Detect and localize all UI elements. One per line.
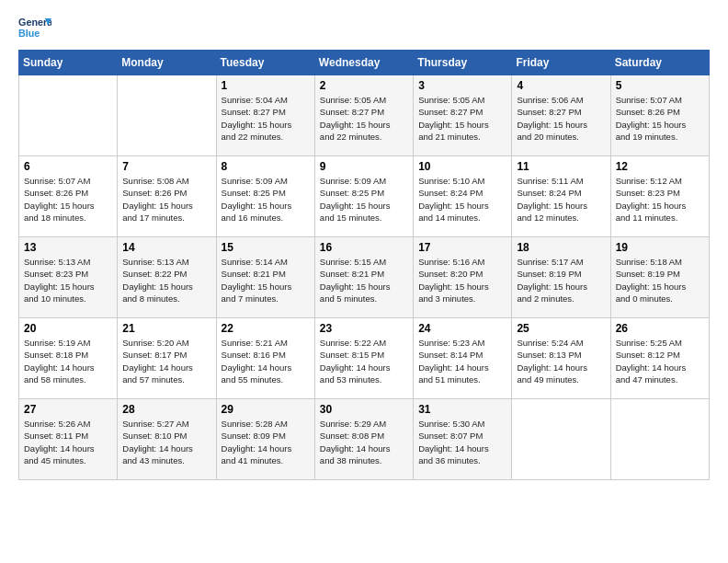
day-number: 13: [24, 241, 112, 254]
day-number: 27: [24, 403, 112, 416]
calendar-cell: 18Sunrise: 5:17 AM Sunset: 8:19 PM Dayli…: [512, 237, 610, 318]
day-number: 2: [320, 79, 408, 92]
calendar-table: SundayMondayTuesdayWednesdayThursdayFrid…: [18, 50, 710, 480]
calendar-cell: 28Sunrise: 5:27 AM Sunset: 8:10 PM Dayli…: [118, 399, 216, 480]
day-info: Sunrise: 5:23 AM Sunset: 8:14 PM Dayligh…: [418, 337, 506, 385]
day-info: Sunrise: 5:07 AM Sunset: 8:26 PM Dayligh…: [24, 175, 112, 224]
weekday-header-saturday: Saturday: [610, 51, 709, 75]
day-number: 22: [222, 322, 310, 335]
day-number: 25: [517, 322, 605, 335]
day-info: Sunrise: 5:08 AM Sunset: 8:26 PM Dayligh…: [122, 175, 210, 224]
weekday-header-friday: Friday: [512, 51, 610, 75]
calendar-cell: 7Sunrise: 5:08 AM Sunset: 8:26 PM Daylig…: [118, 156, 216, 237]
calendar-cell: [610, 399, 709, 480]
day-info: Sunrise: 5:10 AM Sunset: 8:24 PM Dayligh…: [418, 175, 506, 224]
day-info: Sunrise: 5:24 AM Sunset: 8:13 PM Dayligh…: [517, 337, 605, 385]
generalblue-logo-icon: General Blue: [18, 15, 51, 40]
day-info: Sunrise: 5:30 AM Sunset: 8:07 PM Dayligh…: [418, 418, 506, 466]
day-number: 9: [320, 160, 408, 173]
calendar-cell: 26Sunrise: 5:25 AM Sunset: 8:12 PM Dayli…: [610, 318, 709, 399]
svg-text:Blue: Blue: [18, 28, 40, 39]
day-number: 28: [122, 403, 210, 416]
calendar-cell: 23Sunrise: 5:22 AM Sunset: 8:15 PM Dayli…: [314, 318, 413, 399]
calendar-cell: 15Sunrise: 5:14 AM Sunset: 8:21 PM Dayli…: [216, 237, 314, 318]
day-number: 24: [418, 322, 506, 335]
day-number: 15: [222, 241, 310, 254]
calendar-cell: 6Sunrise: 5:07 AM Sunset: 8:26 PM Daylig…: [19, 156, 118, 237]
day-info: Sunrise: 5:19 AM Sunset: 8:18 PM Dayligh…: [24, 337, 112, 385]
calendar-cell: 12Sunrise: 5:12 AM Sunset: 8:23 PM Dayli…: [610, 156, 709, 237]
calendar-cell: 5Sunrise: 5:07 AM Sunset: 8:26 PM Daylig…: [610, 75, 709, 156]
svg-text:General: General: [18, 17, 51, 28]
calendar-cell: [118, 75, 216, 156]
day-info: Sunrise: 5:15 AM Sunset: 8:21 PM Dayligh…: [320, 256, 408, 304]
day-info: Sunrise: 5:26 AM Sunset: 8:11 PM Dayligh…: [24, 418, 112, 466]
calendar-cell: 21Sunrise: 5:20 AM Sunset: 8:17 PM Dayli…: [118, 318, 216, 399]
day-info: Sunrise: 5:27 AM Sunset: 8:10 PM Dayligh…: [122, 418, 210, 466]
day-number: 29: [222, 403, 310, 416]
day-number: 7: [122, 160, 210, 173]
day-info: Sunrise: 5:06 AM Sunset: 8:27 PM Dayligh…: [517, 94, 605, 143]
calendar-cell: 24Sunrise: 5:23 AM Sunset: 8:14 PM Dayli…: [414, 318, 512, 399]
day-info: Sunrise: 5:12 AM Sunset: 8:23 PM Dayligh…: [616, 175, 704, 224]
day-info: Sunrise: 5:13 AM Sunset: 8:22 PM Dayligh…: [122, 256, 210, 304]
day-number: 1: [222, 79, 310, 92]
calendar-cell: 20Sunrise: 5:19 AM Sunset: 8:18 PM Dayli…: [19, 318, 118, 399]
day-info: Sunrise: 5:14 AM Sunset: 8:21 PM Dayligh…: [222, 256, 310, 304]
day-info: Sunrise: 5:25 AM Sunset: 8:12 PM Dayligh…: [616, 337, 704, 385]
calendar-cell: 8Sunrise: 5:09 AM Sunset: 8:25 PM Daylig…: [216, 156, 314, 237]
calendar-cell: 1Sunrise: 5:04 AM Sunset: 8:27 PM Daylig…: [216, 75, 314, 156]
day-number: 19: [616, 241, 704, 254]
calendar-week-4: 20Sunrise: 5:19 AM Sunset: 8:18 PM Dayli…: [19, 318, 710, 399]
day-number: 26: [616, 322, 704, 335]
calendar-cell: 17Sunrise: 5:16 AM Sunset: 8:20 PM Dayli…: [414, 237, 512, 318]
calendar-cell: 13Sunrise: 5:13 AM Sunset: 8:23 PM Dayli…: [19, 237, 118, 318]
calendar-week-1: 1Sunrise: 5:04 AM Sunset: 8:27 PM Daylig…: [19, 75, 710, 156]
day-info: Sunrise: 5:04 AM Sunset: 8:27 PM Dayligh…: [222, 94, 310, 143]
calendar-cell: 22Sunrise: 5:21 AM Sunset: 8:16 PM Dayli…: [216, 318, 314, 399]
day-info: Sunrise: 5:09 AM Sunset: 8:25 PM Dayligh…: [320, 175, 408, 224]
day-info: Sunrise: 5:17 AM Sunset: 8:19 PM Dayligh…: [517, 256, 605, 304]
calendar-cell: 31Sunrise: 5:30 AM Sunset: 8:07 PM Dayli…: [414, 399, 512, 480]
day-number: 16: [320, 241, 408, 254]
weekday-header-monday: Monday: [118, 51, 216, 75]
calendar-cell: 3Sunrise: 5:05 AM Sunset: 8:27 PM Daylig…: [414, 75, 512, 156]
calendar-cell: 19Sunrise: 5:18 AM Sunset: 8:19 PM Dayli…: [610, 237, 709, 318]
day-info: Sunrise: 5:18 AM Sunset: 8:19 PM Dayligh…: [616, 256, 704, 304]
calendar-cell: 11Sunrise: 5:11 AM Sunset: 8:24 PM Dayli…: [512, 156, 610, 237]
calendar-week-3: 13Sunrise: 5:13 AM Sunset: 8:23 PM Dayli…: [19, 237, 710, 318]
day-info: Sunrise: 5:05 AM Sunset: 8:27 PM Dayligh…: [418, 94, 506, 143]
weekday-header-sunday: Sunday: [19, 51, 118, 75]
calendar-week-5: 27Sunrise: 5:26 AM Sunset: 8:11 PM Dayli…: [19, 399, 710, 480]
calendar-cell: 4Sunrise: 5:06 AM Sunset: 8:27 PM Daylig…: [512, 75, 610, 156]
day-info: Sunrise: 5:21 AM Sunset: 8:16 PM Dayligh…: [222, 337, 310, 385]
day-number: 18: [517, 241, 605, 254]
day-info: Sunrise: 5:28 AM Sunset: 8:09 PM Dayligh…: [222, 418, 310, 466]
day-info: Sunrise: 5:07 AM Sunset: 8:26 PM Dayligh…: [616, 94, 704, 143]
day-number: 8: [222, 160, 310, 173]
calendar-cell: [512, 399, 610, 480]
day-info: Sunrise: 5:22 AM Sunset: 8:15 PM Dayligh…: [320, 337, 408, 385]
day-info: Sunrise: 5:29 AM Sunset: 8:08 PM Dayligh…: [320, 418, 408, 466]
day-info: Sunrise: 5:09 AM Sunset: 8:25 PM Dayligh…: [222, 175, 310, 224]
day-number: 30: [320, 403, 408, 416]
calendar-cell: 14Sunrise: 5:13 AM Sunset: 8:22 PM Dayli…: [118, 237, 216, 318]
calendar-cell: 9Sunrise: 5:09 AM Sunset: 8:25 PM Daylig…: [314, 156, 413, 237]
day-number: 11: [517, 160, 605, 173]
day-info: Sunrise: 5:11 AM Sunset: 8:24 PM Dayligh…: [517, 175, 605, 224]
day-number: 12: [616, 160, 704, 173]
calendar-cell: 25Sunrise: 5:24 AM Sunset: 8:13 PM Dayli…: [512, 318, 610, 399]
page-header: General Blue: [18, 15, 710, 40]
calendar-cell: 2Sunrise: 5:05 AM Sunset: 8:27 PM Daylig…: [314, 75, 413, 156]
logo: General Blue: [18, 15, 51, 40]
day-info: Sunrise: 5:13 AM Sunset: 8:23 PM Dayligh…: [24, 256, 112, 304]
day-number: 5: [616, 79, 704, 92]
calendar-cell: 30Sunrise: 5:29 AM Sunset: 8:08 PM Dayli…: [314, 399, 413, 480]
calendar-cell: 29Sunrise: 5:28 AM Sunset: 8:09 PM Dayli…: [216, 399, 314, 480]
day-info: Sunrise: 5:16 AM Sunset: 8:20 PM Dayligh…: [418, 256, 506, 304]
day-number: 20: [24, 322, 112, 335]
calendar-cell: 10Sunrise: 5:10 AM Sunset: 8:24 PM Dayli…: [414, 156, 512, 237]
calendar-cell: [19, 75, 118, 156]
weekday-header-wednesday: Wednesday: [314, 51, 413, 75]
day-number: 21: [122, 322, 210, 335]
